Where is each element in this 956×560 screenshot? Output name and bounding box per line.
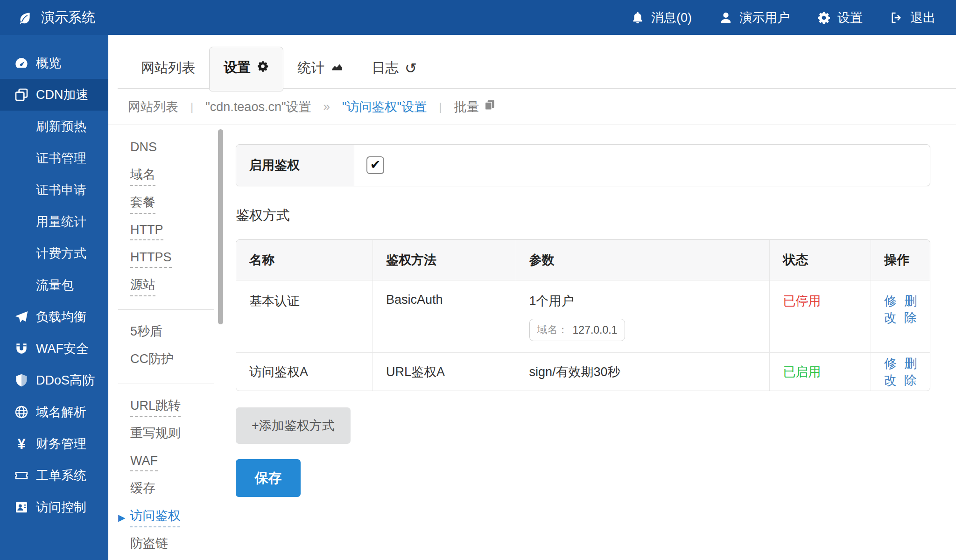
enable-auth-value: ✔ <box>354 145 930 186</box>
tab-settings[interactable]: 设置 <box>209 47 283 91</box>
triangle-right-icon: ▶ <box>118 512 125 523</box>
settings-nav-item-plan[interactable]: 套餐 <box>108 190 236 217</box>
breadcrumb-arrow: » <box>323 99 330 114</box>
shield-icon <box>13 372 30 388</box>
sidebar-item-usage-stats[interactable]: 用量统计 <box>0 206 108 238</box>
auth-settings-form: 启用鉴权 ✔ 鉴权方式 名称 鉴权方法 参数 状态 操作 基本认证 <box>236 125 930 560</box>
settings-nav-item-cache[interactable]: 缓存 <box>108 476 236 504</box>
header-name: 名称 <box>236 240 373 280</box>
enable-auth-checkbox[interactable]: ✔ <box>366 156 384 174</box>
logout-label: 退出 <box>910 9 935 26</box>
copy-icon <box>484 99 496 114</box>
header-actions: 操作 <box>871 240 930 280</box>
save-button[interactable]: 保存 <box>236 459 301 497</box>
sidebar-item-traffic-package[interactable]: 流量包 <box>0 269 108 301</box>
cell-method: URL鉴权A <box>373 353 516 391</box>
app-brand[interactable]: 演示系统 <box>18 8 95 27</box>
settings-nav-item-http[interactable]: HTTP <box>108 217 236 245</box>
clone-icon <box>13 87 30 103</box>
yen-icon: ¥ <box>13 436 30 452</box>
sidebar-item-cert-apply[interactable]: 证书申请 <box>0 174 108 206</box>
user-label: 演示用户 <box>739 9 790 26</box>
settings-nav-item-auth[interactable]: ▶ 访问鉴权 <box>108 504 236 531</box>
sidebar-item-refresh-preheat[interactable]: 刷新预热 <box>0 111 108 142</box>
sidebar-item-load-balancer[interactable]: 负载均衡 <box>0 301 108 333</box>
id-card-icon <box>13 499 30 515</box>
settings-nav: DNS 域名 套餐 HTTP HTTPS 源站 5秒盾 CC防护 URL跳转 重… <box>108 125 236 560</box>
sidebar-item-dns-resolve[interactable]: 域名解析 <box>0 396 108 428</box>
status-badge: 已启用 <box>769 353 871 391</box>
header-params: 参数 <box>516 240 770 280</box>
nav-divider <box>118 384 214 384</box>
main-sidebar: 概览 CDN加速 刷新预热 证书管理 证书申请 用量统计 计费方式 流量包 负载… <box>0 35 108 560</box>
modify-link[interactable]: 修改 <box>884 293 897 326</box>
modify-link[interactable]: 修改 <box>884 355 897 389</box>
header-status: 状态 <box>769 240 871 280</box>
settings-nav-item-referer[interactable]: 防盗链 <box>108 531 236 559</box>
settings-nav-item-https[interactable]: HTTPS <box>108 245 236 273</box>
messages-menu-item[interactable]: 消息(0) <box>631 9 692 26</box>
cell-name: 访问鉴权A <box>236 353 373 391</box>
header-method: 鉴权方法 <box>373 240 516 280</box>
settings-nav-item-5s-shield[interactable]: 5秒盾 <box>108 319 236 347</box>
settings-nav-scrollbar[interactable] <box>218 129 223 324</box>
sidebar-item-cdn[interactable]: CDN加速 <box>0 79 108 111</box>
delete-link[interactable]: 删除 <box>904 355 917 389</box>
tab-logs[interactable]: 日志 ↺ <box>358 48 431 89</box>
nav-divider <box>118 309 214 310</box>
magnet-icon <box>13 341 30 357</box>
breadcrumb-batch-link[interactable]: 批量 <box>454 98 496 115</box>
settings-nav-item-dns[interactable]: DNS <box>108 135 236 162</box>
user-menu-item[interactable]: 演示用户 <box>719 9 790 26</box>
chart-area-icon <box>330 60 344 77</box>
settings-menu-item[interactable]: 设置 <box>817 9 863 26</box>
sidebar-item-access-control[interactable]: 访问控制 <box>0 491 108 523</box>
sidebar-item-tickets[interactable]: 工单系统 <box>0 460 108 491</box>
sidebar-item-cert-manage[interactable]: 证书管理 <box>0 142 108 174</box>
table-header-row: 名称 鉴权方法 参数 状态 操作 <box>236 240 930 280</box>
table-row: 基本认证 BasicAuth 1个用户 域名： 127.0.0.1 已停用 修改 <box>236 280 930 353</box>
breadcrumb: 网站列表 | "cdn.teaos.cn"设置 » "访问鉴权"设置 | 批量 <box>108 89 956 125</box>
tab-bar: 网站列表 设置 统计 日志 ↺ <box>108 35 956 89</box>
breadcrumb-current[interactable]: "访问鉴权"设置 <box>342 98 427 115</box>
settings-nav-item-rewrite[interactable]: 重写规则 <box>108 421 236 448</box>
enable-auth-label: 启用鉴权 <box>236 145 354 186</box>
sidebar-item-ddos[interactable]: DDoS高防 <box>0 364 108 396</box>
add-auth-method-button[interactable]: +添加鉴权方式 <box>236 407 351 444</box>
history-icon: ↺ <box>405 61 417 76</box>
auth-methods-table: 名称 鉴权方法 参数 状态 操作 基本认证 BasicAuth 1个用户 域名：… <box>236 239 930 391</box>
cell-actions: 修改 删除 <box>871 280 930 353</box>
domain-badge: 域名： 127.0.0.1 <box>529 319 626 341</box>
sidebar-item-overview[interactable]: 概览 <box>0 47 108 79</box>
gear-icon <box>257 60 269 76</box>
leaf-logo-icon <box>18 11 32 25</box>
settings-nav-item-url-redirect[interactable]: URL跳转 <box>108 393 236 421</box>
breadcrumb-site-list[interactable]: 网站列表 <box>128 98 178 115</box>
ticket-icon <box>13 468 30 483</box>
status-badge: 已停用 <box>769 280 871 353</box>
sidebar-item-waf[interactable]: WAF安全 <box>0 333 108 364</box>
sidebar-item-finance[interactable]: ¥ 财务管理 <box>0 428 108 460</box>
settings-nav-item-waf[interactable]: WAF <box>108 448 236 476</box>
tab-stats[interactable]: 统计 <box>283 48 358 89</box>
cell-actions: 修改 删除 <box>871 353 930 391</box>
cell-params: 1个用户 域名： 127.0.0.1 <box>516 280 770 353</box>
settings-nav-item-cc[interactable]: CC防护 <box>108 347 236 374</box>
sidebar-item-billing[interactable]: 计费方式 <box>0 238 108 269</box>
breadcrumb-separator: | <box>190 100 193 113</box>
topbar-menu: 消息(0) 演示用户 设置 退出 <box>631 9 935 26</box>
cell-name: 基本认证 <box>236 280 373 353</box>
brand-title: 演示系统 <box>41 8 95 27</box>
logout-menu-item[interactable]: 退出 <box>890 9 935 26</box>
cell-params: sign/有效期30秒 <box>516 353 770 391</box>
table-row: 访问鉴权A URL鉴权A sign/有效期30秒 已启用 修改 删除 <box>236 353 930 391</box>
delete-link[interactable]: 删除 <box>904 293 917 326</box>
paper-plane-icon <box>13 309 30 325</box>
settings-nav-item-domains[interactable]: 域名 <box>108 162 236 190</box>
globe-icon <box>13 404 30 420</box>
breadcrumb-separator: | <box>439 100 442 113</box>
tab-site-list[interactable]: 网站列表 <box>127 48 209 89</box>
settings-nav-item-origin[interactable]: 源站 <box>108 273 236 300</box>
breadcrumb-site-settings[interactable]: "cdn.teaos.cn"设置 <box>205 98 311 115</box>
bell-icon <box>631 11 645 25</box>
